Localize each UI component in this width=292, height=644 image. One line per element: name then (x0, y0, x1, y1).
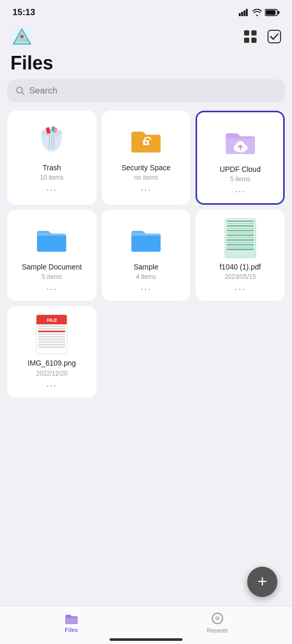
signal-icon (239, 9, 249, 16)
file-name-f1040: f1040 (1).pdf (220, 262, 261, 272)
svg-point-27 (145, 142, 147, 144)
status-bar: 15:13 (0, 0, 292, 21)
tab-files-label: Files (65, 627, 78, 633)
file-name-sample: Sample (133, 262, 158, 272)
file-meta-img6109: 2022/12/20 (36, 370, 67, 377)
file-name-img6109: IMG_6109.png (28, 358, 76, 368)
search-icon (16, 86, 25, 96)
file-name-security: Security Space (121, 163, 171, 172)
wifi-icon (252, 9, 262, 16)
tab-recents[interactable]: Recents (207, 612, 228, 634)
file-more-sample[interactable]: ··· (140, 284, 151, 295)
file-more-trash[interactable]: ··· (46, 184, 57, 195)
file-more-img6109[interactable]: ··· (46, 380, 57, 391)
file-meta-f1040: 2023/05/15 (225, 273, 256, 280)
search-bar[interactable] (7, 79, 285, 102)
select-button[interactable] (267, 29, 282, 44)
page-title: Files (0, 50, 292, 79)
file-card-f1040[interactable]: f1040 (1).pdf 2023/05/15 ··· (196, 210, 285, 301)
file-card-sample-doc[interactable]: Sample Document 5 items ··· (7, 210, 96, 301)
status-icons (239, 9, 279, 16)
file-name-sample-doc: Sample Document (22, 262, 82, 272)
svg-point-35 (215, 616, 220, 620)
fab-add-button[interactable]: + (247, 567, 277, 597)
file-meta-security: no items (134, 174, 157, 181)
svg-point-10 (20, 35, 23, 38)
fab-plus-icon: + (258, 573, 267, 590)
files-tab-icon (64, 612, 79, 625)
file-card-img6109[interactable]: FILE IMG_6109.png 2022/12/20 ··· (7, 306, 96, 397)
file-more-f1040[interactable]: ··· (235, 284, 246, 295)
sample-doc-folder-icon (33, 219, 70, 257)
home-indicator-container (0, 634, 292, 641)
svg-rect-6 (266, 10, 276, 15)
file-more-security[interactable]: ··· (140, 184, 151, 195)
file-more-cloud[interactable]: ··· (235, 186, 246, 197)
svg-text:FILE: FILE (47, 318, 57, 323)
home-indicator (110, 638, 182, 641)
svg-rect-5 (278, 11, 279, 14)
file-meta-cloud: 5 items (230, 175, 250, 183)
search-input[interactable] (29, 86, 276, 96)
svg-rect-12 (251, 30, 257, 36)
svg-rect-13 (244, 38, 249, 43)
svg-rect-3 (246, 9, 248, 16)
svg-line-23 (49, 136, 50, 148)
recents-tab-icon (211, 612, 224, 625)
status-time: 15:13 (13, 7, 35, 18)
file-card-trash[interactable]: Trash 10 items ··· (7, 111, 96, 205)
svg-rect-15 (268, 30, 281, 43)
svg-rect-2 (244, 10, 246, 16)
battery-icon (265, 9, 279, 16)
file-more-sample-doc[interactable]: ··· (46, 284, 57, 295)
file-card-security[interactable]: Security Space no items ··· (102, 111, 191, 205)
file-card-sample[interactable]: Sample 4 items ··· (102, 210, 191, 301)
image-file-icon: FILE (33, 315, 70, 353)
svg-rect-14 (251, 38, 257, 43)
cloud-folder-icon (222, 122, 259, 159)
trash-folder-icon (33, 120, 70, 158)
sample-folder-icon (127, 219, 165, 257)
header-actions (243, 29, 282, 44)
svg-line-17 (22, 92, 25, 95)
file-meta-trash: 10 items (40, 174, 64, 181)
grid-button[interactable] (243, 29, 258, 44)
file-card-updf-cloud[interactable]: UPDF Cloud 5 items ··· (196, 111, 285, 205)
file-meta-sample: 4 items (136, 273, 156, 280)
svg-line-25 (54, 136, 54, 148)
file-name-trash: Trash (43, 163, 61, 172)
file-meta-sample-doc: 5 items (42, 273, 62, 280)
pdf-file-icon (222, 219, 259, 257)
tab-recents-label: Recents (207, 627, 228, 634)
file-name-cloud: UPDF Cloud (220, 165, 261, 174)
svg-rect-1 (241, 12, 244, 17)
app-logo (10, 25, 33, 48)
tab-files[interactable]: Files (64, 612, 79, 633)
svg-rect-11 (244, 30, 249, 36)
header (0, 21, 292, 50)
svg-rect-0 (239, 13, 241, 16)
security-folder-icon (127, 120, 165, 158)
files-grid: Trash 10 items ··· Security Space no ite… (0, 111, 292, 397)
